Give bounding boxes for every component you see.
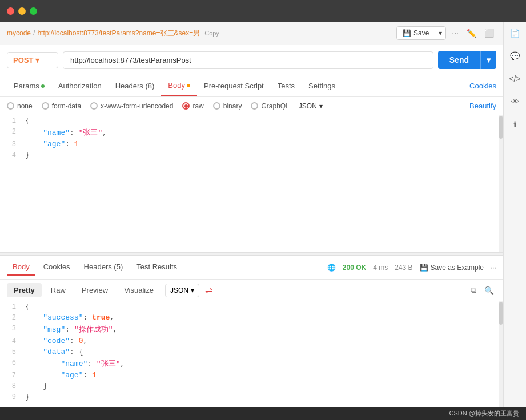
- close-button[interactable]: [7, 7, 14, 15]
- save-example-button[interactable]: 💾 Save as Example: [420, 264, 484, 272]
- sidebar-chat-icon[interactable]: 💬: [508, 49, 522, 63]
- tab-headers-label: Headers (8): [115, 82, 155, 90]
- titlebar: [0, 0, 526, 22]
- send-arrow-button[interactable]: ▾: [480, 51, 496, 69]
- resp-linenum-9: 9: [0, 393, 23, 401]
- response-status: 🌐 200 OK 4 ms 243 B 💾 Save as Example ··…: [327, 264, 496, 272]
- json-format-label: JSON: [299, 102, 317, 110]
- resp-linenum-8: 8: [0, 382, 23, 390]
- resp-format-visualize[interactable]: Visualize: [117, 283, 160, 297]
- save-example-icon: 💾: [420, 264, 428, 272]
- url-input[interactable]: [63, 51, 433, 69]
- save-button-main[interactable]: 💾 Save: [397, 27, 435, 39]
- search-response-button[interactable]: 🔍: [482, 283, 496, 297]
- tab-authorization[interactable]: Authorization: [51, 76, 109, 96]
- response-scrolltrack[interactable]: [499, 301, 503, 407]
- sidebar-eye-icon[interactable]: 👁: [508, 95, 522, 108]
- sidebar-info-icon[interactable]: ℹ: [508, 118, 522, 131]
- resp-tab-test-results[interactable]: Test Results: [131, 259, 183, 276]
- resp-format-raw[interactable]: Raw: [44, 283, 73, 297]
- json-format-select[interactable]: JSON ▾: [299, 102, 323, 110]
- left-panel: mycode / http://localhost:8773/testParam…: [0, 22, 503, 407]
- save-example-label: Save as Example: [431, 264, 484, 272]
- resp-linenum-7: 7: [0, 371, 23, 379]
- resp-tab-cookies[interactable]: Cookies: [38, 259, 76, 276]
- request-scrollthumb[interactable]: [499, 116, 503, 139]
- body-type-binary[interactable]: binary: [213, 102, 242, 110]
- resp-linenum-6: 6: [0, 358, 23, 367]
- req-line-3: 3 "age": 1: [0, 139, 503, 150]
- response-code-editor[interactable]: 1 { 2 "success": true, 3 "msg": "操作成功",: [0, 301, 503, 407]
- tab-body[interactable]: Body: [161, 75, 197, 96]
- tab-headers[interactable]: Headers (8): [109, 76, 162, 96]
- body-type-graphql-label: GraphQL: [261, 102, 289, 110]
- resp-content-5: "data": {: [23, 348, 503, 356]
- body-type-graphql[interactable]: GraphQL: [251, 102, 289, 110]
- save-button-arrow[interactable]: ▾: [435, 27, 445, 39]
- resp-content-9: }: [23, 393, 503, 401]
- body-type-urlencoded[interactable]: x-www-form-urlencoded: [90, 102, 173, 110]
- body-type-form-data[interactable]: form-data: [42, 102, 81, 110]
- copy-badge[interactable]: Copy: [204, 30, 219, 37]
- radio-urlencoded: [90, 102, 98, 110]
- req-linenum-3: 3: [0, 140, 23, 148]
- status-ok: 200 OK: [343, 264, 366, 272]
- send-button-group: Send ▾: [438, 51, 496, 69]
- resp-line-4: 4 "code": 0,: [0, 336, 503, 346]
- req-linenum-4: 4: [0, 151, 23, 159]
- copy-response-button[interactable]: ⧉: [468, 283, 479, 297]
- tab-pre-request[interactable]: Pre-request Script: [197, 76, 271, 96]
- url-bar-actions: 💾 Save ▾ ··· ✏️ ⬜: [396, 26, 496, 40]
- filter-icon-button[interactable]: ⇌: [202, 284, 216, 297]
- req-linenum-1: 1: [0, 116, 23, 125]
- response-header: Body Cookies Headers (5) Test Results 🌐 …: [0, 256, 503, 280]
- method-select[interactable]: POST ▾: [7, 52, 58, 68]
- resp-actions: ⧉ 🔍: [468, 283, 496, 297]
- resp-linenum-3: 3: [0, 324, 23, 333]
- resp-tab-headers[interactable]: Headers (5): [78, 259, 129, 276]
- minimize-button[interactable]: [18, 7, 26, 15]
- sidebar-code-icon[interactable]: </>: [508, 72, 522, 86]
- request-scrolltrack[interactable]: [499, 115, 503, 252]
- body-type-raw-label: raw: [192, 102, 203, 110]
- response-more-icon[interactable]: ···: [491, 264, 496, 272]
- breadcrumb-project[interactable]: mycode: [7, 29, 31, 37]
- breadcrumb-url[interactable]: http://localhost:8773/testParams?name=张三…: [37, 29, 200, 38]
- params-dot: [41, 84, 45, 88]
- radio-binary: [213, 102, 220, 110]
- req-key-name: "name": [43, 128, 70, 137]
- request-bar: POST ▾ Send ▾: [0, 45, 503, 75]
- req-line-1: 1 {: [0, 115, 503, 126]
- cookies-link[interactable]: Cookies: [469, 82, 496, 90]
- resp-tab-body[interactable]: Body: [7, 259, 35, 276]
- edit-icon-button[interactable]: ✏️: [464, 26, 479, 40]
- req-line-4: 4 }: [0, 150, 503, 160]
- beautify-link[interactable]: Beautify: [469, 102, 496, 110]
- resp-content-2: "success": true,: [23, 313, 503, 322]
- body-type-none[interactable]: none: [7, 102, 33, 110]
- resp-line-2: 2 "success": true,: [0, 312, 503, 323]
- resp-json-select[interactable]: JSON ▾: [165, 284, 199, 297]
- resp-line-9: 9 }: [0, 391, 503, 402]
- tab-pre-request-label: Pre-request Script: [204, 82, 264, 90]
- resp-linenum-2: 2: [0, 313, 23, 322]
- tab-settings[interactable]: Settings: [302, 76, 342, 96]
- resp-json-chevron: ▾: [191, 286, 194, 294]
- resp-format-preview[interactable]: Preview: [75, 283, 115, 297]
- more-button[interactable]: ···: [449, 26, 461, 40]
- radio-none: [7, 102, 14, 110]
- response-area: Body Cookies Headers (5) Test Results 🌐 …: [0, 256, 503, 407]
- resp-format-pretty[interactable]: Pretty: [7, 283, 42, 297]
- watermark-text: CSDN @掉头发的王富贵: [449, 410, 519, 417]
- send-button[interactable]: Send: [438, 51, 480, 69]
- tab-tests[interactable]: Tests: [271, 76, 302, 96]
- body-type-raw[interactable]: raw: [182, 102, 203, 110]
- response-scrollthumb[interactable]: [499, 302, 503, 325]
- maximize-button[interactable]: [30, 7, 37, 15]
- url-bar-area: mycode / http://localhost:8773/testParam…: [0, 22, 503, 45]
- layout-icon-button[interactable]: ⬜: [482, 26, 496, 40]
- tab-params[interactable]: Params: [7, 76, 51, 96]
- watermark: CSDN @掉头发的王富贵: [0, 407, 526, 420]
- sidebar-file-icon[interactable]: 📄: [508, 26, 522, 40]
- request-code-editor[interactable]: 1 { 2 "name": "张三", 3 "age": 1 4 }: [0, 115, 503, 252]
